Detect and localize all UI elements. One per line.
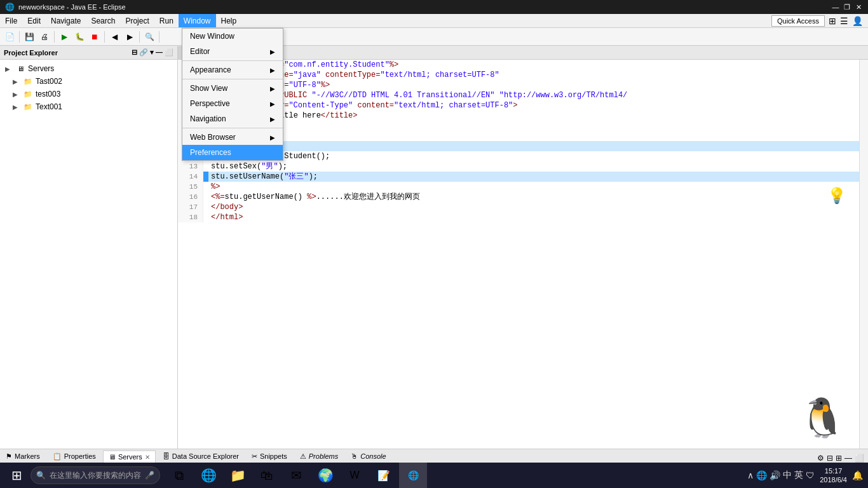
notification-icon[interactable]: 🔔 [852,470,863,480]
menu-item-show-view[interactable]: Show View ▶ [182,81,283,96]
quick-access-button[interactable]: Quick Access [771,15,825,27]
editor-scrollbar[interactable] [859,60,868,449]
antivirus-icon[interactable]: 🛡 [806,470,815,480]
taskbar-clock[interactable]: 15:17 2018/6/4 [820,466,847,485]
tab-problems[interactable]: ⚠ Problems [294,450,344,463]
network-icon[interactable]: 🌐 [756,470,767,480]
taskbar: ⊞ 🔍 在这里输入你要搜索的内容 🎤 ⧉ 🌐 📁 🛍 ✉ 🌍 W 📝 🌐 ∧ 🌐… [0,463,868,488]
bottom-panel-icon-2[interactable]: ⊟ [827,454,833,463]
expand-icon: ▶ [5,65,13,72]
expand-icon-text001: ▶ [13,104,20,111]
show-view-submenu-arrow: ▶ [270,85,275,92]
tab-data-source-explorer[interactable]: 🗄 Data Source Explorer [157,450,245,463]
menu-navigate[interactable]: Navigate [46,14,86,27]
menu-search[interactable]: Search [86,14,120,27]
store-button[interactable]: 🛍 [253,463,281,488]
back-button[interactable]: ◀ [107,30,121,44]
voice-search-icon[interactable]: 🎤 [145,471,154,480]
appearance-submenu-arrow: ▶ [270,67,275,74]
collapse-all-icon[interactable]: ⊟ [132,48,137,57]
maximize-button[interactable]: ❐ [843,3,851,11]
project-icon-tast002: 📁 [23,76,33,86]
qq-penguin-mascot: 🐧 [799,395,846,442]
tree-label-tast002: Tast002 [36,77,62,86]
tab-servers[interactable]: 🖥 Servers ✕ [103,451,156,463]
web-browser-label: Web Browser [190,133,236,142]
bottom-panel-icon-3[interactable]: ⊞ [836,454,842,463]
tab-markers[interactable]: ⚑ Markers [0,450,46,463]
close-servers-tab[interactable]: ✕ [145,454,150,461]
close-button[interactable]: ✕ [854,3,863,11]
expand-icon-tast002: ▶ [13,78,20,85]
tab-properties[interactable]: 📋 Properties [47,450,102,463]
tree-item-servers[interactable]: ▶ 🖥 Servers [0,62,177,75]
word-app-button[interactable]: W [341,463,369,488]
sidebar-maximize-icon[interactable]: ⬜ [165,48,173,57]
markers-icon: ⚑ [6,452,12,461]
menu-item-navigation[interactable]: Navigation ▶ [182,111,283,126]
windows-logo-icon: ⊞ [11,468,22,483]
layout-icon[interactable]: ☰ [840,16,848,26]
menu-item-perspective[interactable]: Perspective ▶ [182,96,283,111]
menu-item-editor[interactable]: Editor ▶ [182,44,283,59]
menu-file[interactable]: File [0,14,22,27]
tab-label-snippets: Snippets [260,452,287,460]
task-app-button[interactable]: 📝 [370,463,398,488]
forward-button[interactable]: ▶ [123,30,137,44]
bottom-panel-maximize-icon[interactable]: ⬜ [855,454,864,463]
sidebar-menu-icon[interactable]: ▾ [150,48,154,57]
tab-console[interactable]: 🖱 Console [345,450,391,463]
keyboard-icon[interactable]: 中 [783,470,792,481]
browser-app-button[interactable]: 🌍 [311,463,339,488]
menu-edit[interactable]: Edit [22,14,46,27]
search-icon[interactable]: 🔍 [142,30,156,44]
menu-item-new-window[interactable]: New Window [182,29,283,44]
menu-item-web-browser[interactable]: Web Browser ▶ [182,130,283,145]
tree-item-text001[interactable]: ▶ 📁 Text001 [0,100,177,113]
tab-snippets[interactable]: ✂ Snippets [246,450,293,463]
menu-item-preferences[interactable]: Preferences [182,145,283,160]
bottom-panel-icon-1[interactable]: ⚙ [817,454,824,463]
taskview-button[interactable]: ⧉ [165,463,193,488]
main-layout: Project Explorer ⊟ 🔗 ▾ — ⬜ ▶ 🖥 Servers ▶… [0,46,868,449]
print-button[interactable]: 🖨 [37,30,51,44]
servers-icon: 🖥 [109,453,116,461]
explorer-button[interactable]: 📁 [224,463,252,488]
minimize-button[interactable]: — [831,3,840,11]
menu-item-appearance[interactable]: Appearance ▶ [182,62,283,78]
eclipse-app-button[interactable]: 🌐 [399,463,427,488]
sidebar-minimize-icon[interactable]: — [156,48,163,57]
navigation-label: Navigation [190,114,226,123]
new-button[interactable]: 📄 [3,30,17,44]
menu-run[interactable]: Run [154,14,179,27]
start-button[interactable]: ⊞ [5,464,28,487]
perspective-button[interactable]: ⊞ [829,16,836,26]
sidebar: Project Explorer ⊟ 🔗 ▾ — ⬜ ▶ 🖥 Servers ▶… [0,46,178,449]
up-arrow-icon[interactable]: ∧ [747,470,754,480]
tree-item-tast002[interactable]: ▶ 📁 Tast002 [0,75,177,88]
run-button[interactable]: ▶ [57,30,71,44]
menu-project[interactable]: Project [120,14,154,27]
mail-button[interactable]: ✉ [282,463,310,488]
volume-icon[interactable]: 🔊 [770,470,780,480]
taskbar-search-box[interactable]: 🔍 在这里输入你要搜索的内容 🎤 [31,466,160,484]
code-line: 15 %> [178,182,859,192]
debug-button[interactable]: 🐛 [72,30,86,44]
toolbar-sep-5 [159,31,159,43]
save-button[interactable]: 💾 [22,30,36,44]
edge-browser-button[interactable]: 🌐 [194,463,222,488]
sidebar-header-controls: ⊟ 🔗 ▾ — ⬜ [132,48,173,57]
menu-help[interactable]: Help [216,14,242,27]
tree-item-test003[interactable]: ▶ 📁 test003 [0,88,177,100]
project-icon-text001: 📁 [23,102,33,112]
tree-label-test003: test003 [36,90,60,98]
bottom-panel-minimize-icon[interactable]: — [844,454,852,463]
stop-button[interactable]: ⏹ [88,30,102,44]
taskbar-right: ∧ 🌐 🔊 中 英 🛡 15:17 2018/6/4 🔔 [747,466,863,485]
tab-label-properties: Properties [64,452,96,460]
web-browser-submenu-arrow: ▶ [270,134,275,141]
menu-window[interactable]: Window [179,14,216,27]
hint-lightbulb-icon: 💡 [827,187,846,205]
link-with-editor-icon[interactable]: 🔗 [139,48,148,57]
ime-icon[interactable]: 英 [794,470,803,481]
